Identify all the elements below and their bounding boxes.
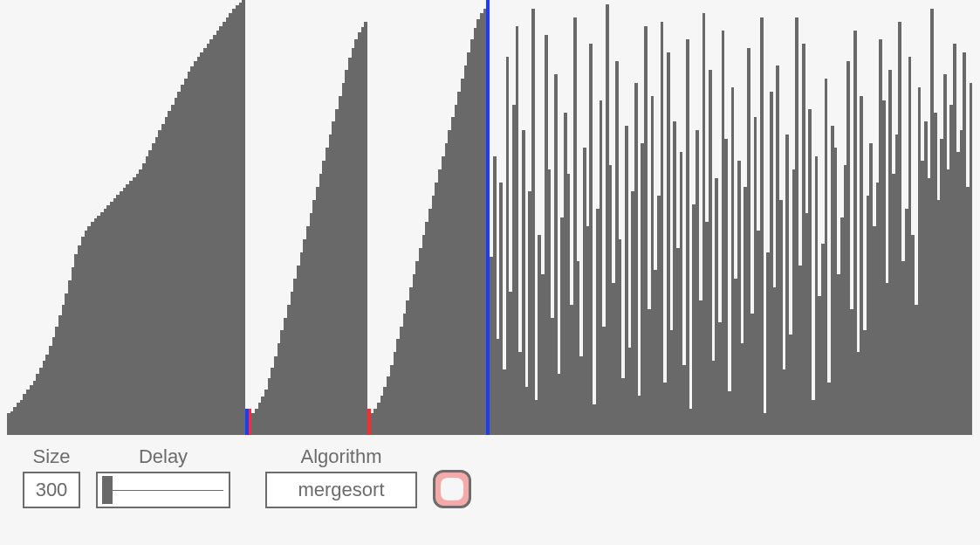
bar	[531, 9, 535, 435]
delay-track	[103, 490, 223, 491]
bar	[661, 22, 664, 435]
bar	[242, 0, 245, 435]
bar	[686, 39, 689, 435]
bar	[724, 139, 728, 435]
bar	[364, 22, 367, 435]
controls-row: Size 300 Delay Algorithm mergesort	[23, 445, 471, 508]
algorithm-label: Algorithm	[301, 445, 382, 468]
algorithm-value: mergesort	[298, 479, 384, 501]
delay-label: Delay	[139, 445, 188, 468]
bar	[589, 44, 593, 435]
delay-slider[interactable]	[96, 472, 230, 508]
size-input[interactable]: 300	[23, 472, 80, 508]
bar	[634, 83, 638, 435]
bar	[760, 17, 764, 435]
size-value: 300	[36, 479, 68, 501]
bar	[825, 79, 828, 435]
delay-thumb[interactable]	[102, 476, 113, 504]
algorithm-control: Algorithm mergesort	[265, 445, 417, 508]
stop-button[interactable]	[433, 470, 471, 508]
app-root: Size 300 Delay Algorithm mergesort	[0, 0, 980, 545]
algorithm-select[interactable]: mergesort	[265, 472, 417, 508]
delay-control: Delay	[96, 445, 230, 508]
bar	[808, 109, 812, 436]
sort-visualization	[7, 0, 973, 435]
size-label: Size	[33, 445, 71, 468]
stop-icon	[441, 478, 463, 500]
size-control: Size 300	[23, 445, 80, 508]
bar	[970, 83, 973, 435]
